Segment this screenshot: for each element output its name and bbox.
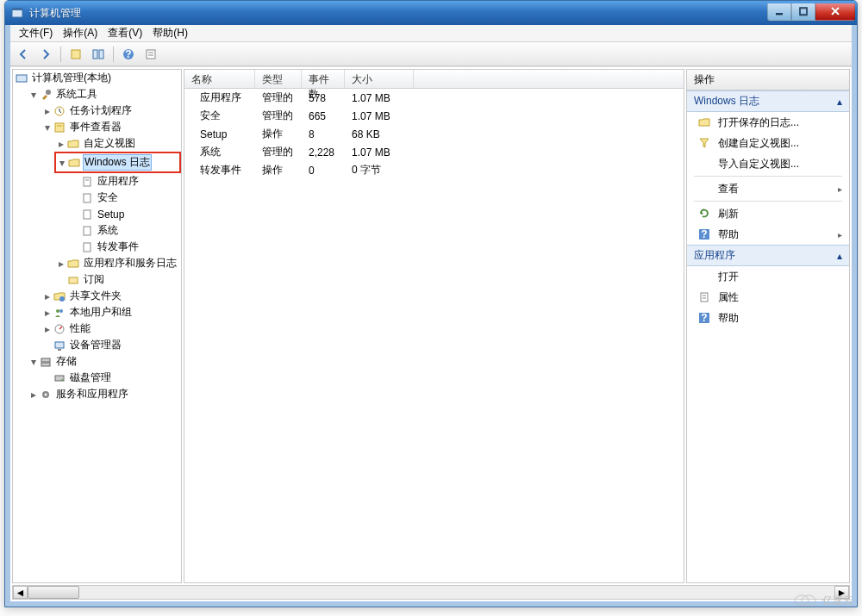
tree-root[interactable]: 计算机管理(本地): [15, 70, 181, 86]
list-row[interactable]: 安全管理的6651.07 MB: [184, 107, 684, 125]
maximize-button[interactable]: [791, 3, 815, 21]
log-icon: [80, 208, 94, 221]
tree-system-log[interactable]: 系统: [70, 222, 181, 239]
expand-icon[interactable]: ▸: [28, 389, 39, 400]
properties-button[interactable]: [141, 45, 160, 64]
tree-windows-logs[interactable]: ▾Windows 日志: [57, 154, 178, 171]
toolbar: ?: [10, 42, 852, 66]
expand-icon[interactable]: ▸: [42, 324, 53, 334]
details-pane: 名称 类型 事件数 大小 应用程序管理的5781.07 MB 安全管理的6651…: [184, 69, 684, 583]
svg-rect-28: [55, 342, 64, 348]
tree-performance[interactable]: ▸性能: [42, 320, 181, 337]
tree-disk-management[interactable]: 磁盘管理: [42, 370, 181, 386]
action-open[interactable]: 打开: [687, 266, 849, 287]
action-section-windows-logs[interactable]: Windows 日志▴: [687, 90, 849, 112]
col-count[interactable]: 事件数: [302, 70, 345, 88]
svg-point-13: [46, 90, 51, 95]
list-row[interactable]: Setup操作868 KB: [184, 125, 684, 143]
tree-device-manager[interactable]: 设备管理器: [42, 337, 181, 353]
col-name[interactable]: 名称: [184, 70, 255, 88]
expand-icon[interactable]: ▸: [56, 258, 66, 269]
list-row[interactable]: 系统管理的2,2281.07 MB: [184, 143, 684, 161]
help-button[interactable]: ?: [119, 45, 138, 64]
tree-storage[interactable]: ▾存储: [28, 353, 181, 370]
expand-icon[interactable]: ▸: [56, 139, 66, 149]
collapse-icon[interactable]: ▾: [57, 158, 67, 168]
svg-rect-6: [99, 50, 103, 59]
tree-forwarded-log[interactable]: 转发事件: [70, 239, 181, 255]
svg-rect-21: [84, 227, 91, 235]
actions-title: 操作: [687, 70, 849, 90]
properties-icon: [697, 290, 711, 304]
tree-application-log[interactable]: 应用程序: [70, 173, 181, 190]
close-button[interactable]: [815, 3, 855, 21]
list-body: 应用程序管理的5781.07 MB 安全管理的6651.07 MB Setup操…: [184, 89, 684, 582]
users-icon: [53, 306, 66, 320]
menu-action[interactable]: 操作(A): [58, 24, 103, 42]
action-help-2[interactable]: ?帮助: [687, 308, 849, 328]
app-window: 计算机管理 文件(F) 操作(A) 查看(V) 帮助(H) ?: [4, 0, 858, 607]
collapse-icon[interactable]: ▾: [28, 90, 39, 100]
tree-system-tools[interactable]: ▾ 系统工具: [28, 86, 181, 103]
tools-icon: [39, 88, 53, 102]
action-properties[interactable]: 属性: [687, 287, 849, 308]
list-row[interactable]: 转发事件操作00 字节: [184, 161, 684, 179]
minimize-button[interactable]: [767, 3, 791, 21]
svg-text:?: ?: [701, 312, 707, 324]
event-viewer-icon: [53, 121, 66, 134]
scroll-thumb[interactable]: [28, 586, 79, 599]
chevron-up-icon: ▴: [837, 96, 842, 108]
action-create-view[interactable]: 创建自定义视图...: [687, 133, 849, 153]
back-button[interactable]: [14, 45, 33, 64]
action-refresh[interactable]: 刷新: [687, 203, 849, 224]
collapse-icon[interactable]: ▾: [42, 122, 53, 133]
menu-view[interactable]: 查看(V): [103, 24, 147, 42]
menu-file[interactable]: 文件(F): [14, 24, 58, 42]
svg-rect-2: [776, 13, 783, 15]
expand-icon[interactable]: ▸: [42, 291, 53, 302]
action-section-application[interactable]: 应用程序▴: [687, 245, 849, 266]
refresh-icon: [697, 207, 711, 221]
tree-app-services-logs[interactable]: ▸应用程序和服务日志: [56, 255, 181, 271]
tree-custom-views[interactable]: ▸自定义视图: [56, 135, 181, 152]
menu-bar: 文件(F) 操作(A) 查看(V) 帮助(H): [10, 25, 852, 42]
tree-setup-log[interactable]: Setup: [70, 206, 181, 222]
tree-shared-folders[interactable]: ▸共享文件夹: [42, 288, 181, 304]
actions-pane: 操作 Windows 日志▴ 打开保存的日志... 创建自定义视图... 导入自…: [686, 69, 850, 583]
action-help[interactable]: ?帮助▸: [687, 224, 849, 245]
clock-icon: [53, 104, 66, 118]
col-size[interactable]: 大小: [345, 70, 414, 88]
filter-icon: [697, 136, 711, 150]
svg-rect-19: [84, 194, 91, 202]
col-type[interactable]: 类型: [255, 70, 302, 88]
forward-button[interactable]: [36, 45, 55, 64]
svg-point-33: [61, 379, 63, 381]
expand-icon[interactable]: ▸: [42, 308, 53, 318]
storage-icon: [39, 355, 53, 369]
action-import-view[interactable]: 导入自定义视图...: [687, 153, 849, 174]
scroll-left-button[interactable]: ◄: [13, 586, 28, 599]
tree-event-viewer[interactable]: ▾事件查看器: [42, 119, 181, 135]
svg-rect-23: [69, 277, 78, 283]
disk-icon: [53, 371, 66, 385]
svg-rect-22: [84, 243, 91, 252]
horizontal-scrollbar[interactable]: ◄ ►: [12, 585, 850, 600]
tree-subscriptions[interactable]: 订阅: [56, 271, 181, 288]
svg-point-35: [45, 393, 47, 395]
action-open-saved[interactable]: 打开保存的日志...: [687, 112, 849, 133]
tree-security-log[interactable]: 安全: [70, 190, 181, 206]
svg-rect-9: [147, 50, 155, 59]
action-view[interactable]: 查看▸: [687, 178, 849, 199]
tree-local-users[interactable]: ▸本地用户和组: [42, 304, 181, 320]
svg-rect-15: [55, 123, 64, 132]
list-row[interactable]: 应用程序管理的5781.07 MB: [184, 89, 684, 107]
expand-icon[interactable]: ▸: [42, 106, 53, 116]
tree-services-apps[interactable]: ▸服务和应用程序: [28, 386, 181, 402]
up-button[interactable]: [66, 45, 85, 64]
menu-help[interactable]: 帮助(H): [147, 24, 193, 42]
device-icon: [53, 339, 66, 352]
folder-icon: [66, 137, 80, 151]
collapse-icon[interactable]: ▾: [28, 357, 39, 367]
show-hide-tree-button[interactable]: [89, 45, 108, 64]
tree-task-scheduler[interactable]: ▸任务计划程序: [42, 103, 181, 119]
